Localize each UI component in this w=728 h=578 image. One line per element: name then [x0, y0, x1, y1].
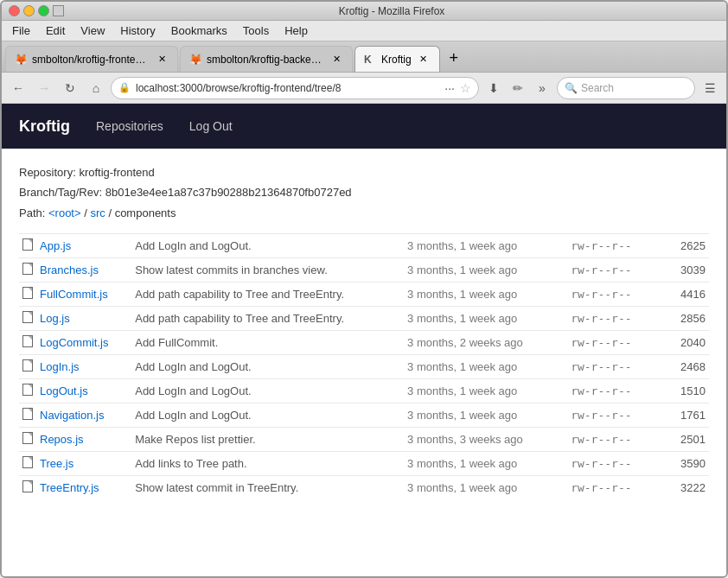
file-time-cell: 3 months, 1 week ago: [404, 452, 567, 476]
table-row: LogOut.js Add LogIn and LogOut. 3 months…: [19, 379, 709, 403]
file-commit-cell: Add LogIn and LogOut.: [131, 234, 404, 258]
file-name-link[interactable]: Branches.js: [40, 264, 99, 276]
file-size-cell: 2856: [655, 307, 709, 331]
file-size-cell: 3039: [655, 258, 709, 283]
file-perms-cell: rw-r--r--: [567, 283, 655, 307]
file-icon-cell: [19, 379, 36, 403]
menu-edit[interactable]: Edit: [39, 22, 72, 39]
path-src-link[interactable]: src: [90, 206, 105, 219]
file-icon-cell: [19, 476, 36, 500]
file-commit-cell: Add LogIn and LogOut.: [131, 403, 404, 428]
file-name-link[interactable]: LogOut.js: [40, 384, 88, 397]
path-sep-2: /: [108, 206, 114, 219]
tab-kroftig[interactable]: K Kroftig ✕: [354, 46, 440, 72]
tab-close-2[interactable]: ✕: [329, 53, 343, 67]
tab-kroftig-frontend[interactable]: 🦊 smbolton/kroftig-frontend: ✕: [5, 46, 178, 72]
file-icon-cell: [19, 428, 36, 452]
tab-close-1[interactable]: ✕: [155, 53, 169, 67]
file-name-link[interactable]: LogCommit.js: [40, 336, 108, 349]
path-root-link[interactable]: <root>: [48, 206, 81, 219]
file-time-cell: 3 months, 2 weeks ago: [404, 331, 567, 355]
path-components: components: [115, 206, 176, 219]
repo-content: Repository: kroftig-frontend Branch/Tag/…: [2, 149, 726, 513]
file-name-link[interactable]: Navigation.js: [40, 409, 104, 422]
file-icon-cell: [19, 355, 36, 379]
tab-label-1: smbolton/kroftig-frontend:: [32, 54, 150, 66]
file-name-link[interactable]: Log.js: [40, 312, 70, 325]
table-row: LogIn.js Add LogIn and LogOut. 3 months,…: [19, 355, 709, 379]
branch-value: 8b01e3e4ee1a87c37b90288b21364870fb0727ed: [105, 186, 352, 199]
file-name-cell: LogCommit.js: [36, 331, 131, 355]
title-bar-controls: [9, 5, 64, 16]
maximize-button[interactable]: [38, 5, 49, 16]
file-perms-cell: rw-r--r--: [567, 355, 655, 379]
file-name-link[interactable]: App.js: [40, 239, 71, 252]
new-tab-button[interactable]: +: [442, 46, 466, 70]
file-icon-cell: [19, 258, 36, 283]
hamburger-menu-icon[interactable]: ☰: [699, 77, 721, 99]
file-name-cell: Repos.js: [36, 428, 131, 452]
url-options-icon: ···: [444, 81, 455, 95]
document-icon: [22, 335, 33, 347]
file-commit-cell: Add path capability to Tree and TreeEntr…: [131, 283, 404, 307]
table-row: TreeEntry.js Show latest commit in TreeE…: [19, 476, 709, 500]
file-name-link[interactable]: TreeEntry.js: [40, 481, 99, 494]
nav-repositories[interactable]: Repositories: [96, 119, 163, 133]
document-icon: [22, 456, 33, 468]
tab-kroftig-backend[interactable]: 🦊 smbolton/kroftig-backend: ✕: [180, 46, 353, 72]
toolbar-icons: ⬇ ✏ »: [482, 77, 553, 99]
restore-button[interactable]: [53, 5, 64, 16]
file-table: App.js Add LogIn and LogOut. 3 months, 1…: [19, 233, 709, 499]
document-icon: [22, 238, 33, 251]
search-placeholder: Search: [581, 82, 614, 94]
file-name-cell: Branches.js: [36, 258, 131, 283]
file-name-link[interactable]: Tree.js: [40, 457, 73, 470]
file-icon-cell: [19, 283, 36, 307]
menu-bookmarks[interactable]: Bookmarks: [164, 22, 234, 39]
file-size-cell: 2040: [655, 331, 709, 355]
file-commit-cell: Add LogIn and LogOut.: [131, 379, 404, 403]
reload-button[interactable]: ↻: [59, 77, 81, 99]
overflow-icon[interactable]: »: [531, 77, 553, 99]
file-name-link[interactable]: LogIn.js: [40, 360, 80, 373]
menu-help[interactable]: Help: [278, 22, 315, 39]
file-name-link[interactable]: FullCommit.js: [40, 288, 108, 301]
table-row: LogCommit.js Add FullCommit. 3 months, 2…: [19, 331, 709, 355]
search-bar[interactable]: 🔍 Search: [557, 77, 695, 99]
file-time-cell: 3 months, 1 week ago: [404, 403, 567, 428]
table-row: Repos.js Make Repos list prettier. 3 mon…: [19, 428, 709, 452]
file-commit-cell: Add FullCommit.: [131, 331, 404, 355]
document-icon: [22, 359, 33, 372]
document-icon: [22, 480, 33, 492]
minimize-button[interactable]: [23, 5, 35, 16]
tab-bar: 🦊 smbolton/kroftig-frontend: ✕ 🦊 smbolto…: [2, 41, 726, 73]
file-icon-cell: [19, 234, 36, 258]
menu-file[interactable]: File: [5, 22, 37, 39]
url-bar[interactable]: 🔒 localhost:3000/browse/kroftig-frontend…: [111, 77, 479, 99]
search-icon: 🔍: [565, 82, 578, 94]
document-icon: [22, 408, 33, 420]
menu-history[interactable]: History: [113, 22, 162, 39]
menu-tools[interactable]: Tools: [236, 22, 276, 39]
file-commit-cell: Add path capability to Tree and TreeEntr…: [131, 307, 404, 331]
file-icon-cell: [19, 403, 36, 428]
tab-close-3[interactable]: ✕: [417, 53, 431, 67]
file-time-cell: 3 months, 1 week ago: [404, 355, 567, 379]
download-icon[interactable]: ⬇: [482, 77, 505, 99]
file-perms-cell: rw-r--r--: [567, 379, 655, 403]
url-text: localhost:3000/browse/kroftig-frontend/t…: [136, 82, 439, 94]
back-button[interactable]: ←: [7, 77, 29, 99]
file-time-cell: 3 months, 3 weeks ago: [404, 428, 567, 452]
branch-label: Branch/Tag/Rev:: [19, 186, 102, 199]
home-button[interactable]: ⌂: [85, 77, 107, 99]
app-brand: Kroftig: [19, 118, 70, 136]
file-name-cell: LogOut.js: [36, 379, 131, 403]
bookmark-star-icon[interactable]: ☆: [460, 81, 471, 95]
menu-view[interactable]: View: [73, 22, 112, 39]
edit-icon[interactable]: ✏: [507, 77, 529, 99]
file-name-link[interactable]: Repos.js: [40, 433, 84, 446]
forward-button[interactable]: →: [33, 77, 55, 99]
nav-logout[interactable]: Log Out: [189, 119, 233, 133]
file-time-cell: 3 months, 1 week ago: [404, 283, 567, 307]
close-button[interactable]: [9, 5, 20, 16]
